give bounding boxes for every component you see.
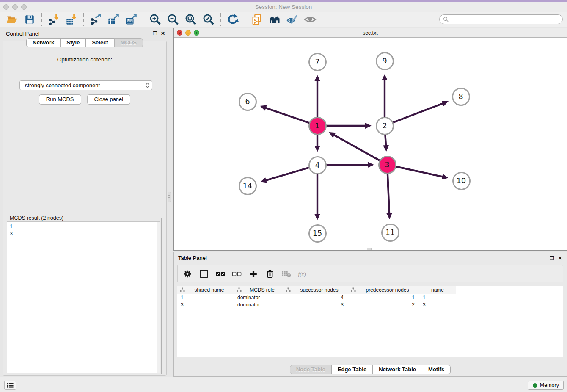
table-row[interactable]: 3dominator323 bbox=[177, 301, 563, 309]
column-type-icon bbox=[286, 287, 291, 292]
arrowhead-1-4 bbox=[314, 146, 320, 152]
column-type-icon bbox=[351, 287, 356, 292]
cell-successor-nodes[interactable]: 4 bbox=[283, 294, 348, 301]
arrowhead-4-3 bbox=[368, 162, 374, 168]
graph-node-6[interactable]: 6 bbox=[239, 93, 257, 111]
zoom-out-icon[interactable] bbox=[167, 13, 179, 26]
column-header-predecessor-nodes[interactable]: predecessor nodes bbox=[348, 286, 419, 294]
network-window-titlebar[interactable]: x - + scc.txt bbox=[174, 28, 567, 38]
cell-name[interactable]: 1 bbox=[419, 294, 456, 301]
arrowhead-2-3 bbox=[383, 145, 389, 152]
tab-mcds[interactable]: MCDS bbox=[114, 38, 143, 47]
node-table[interactable]: shared nameMCDS rolesuccessor nodesprede… bbox=[177, 286, 563, 357]
table-panel-maximize-icon[interactable]: ❒ bbox=[550, 256, 554, 261]
zoom-fit-icon[interactable] bbox=[184, 13, 197, 26]
arrowhead-4-15 bbox=[314, 214, 320, 220]
table-tabs: Node TableEdge TableNetwork TableMotifs bbox=[290, 365, 451, 374]
cell-successor-nodes[interactable]: 3 bbox=[283, 301, 348, 309]
export-table-icon[interactable] bbox=[107, 13, 120, 26]
column-header-MCDS-role[interactable]: MCDS role bbox=[234, 286, 283, 294]
cell-predecessor-nodes[interactable]: 2 bbox=[348, 301, 419, 309]
import-table-icon[interactable] bbox=[65, 13, 78, 26]
graph-node-10[interactable]: 10 bbox=[452, 172, 471, 190]
arrowhead-3-11 bbox=[386, 213, 392, 219]
table-panel: Table Panel ❒ ✕ f(x) shared bbox=[173, 252, 567, 377]
cell-MCDS-role[interactable]: dominator bbox=[234, 301, 283, 309]
arrowhead-1-7 bbox=[314, 75, 320, 81]
main-titlebar: Session: New Session bbox=[0, 2, 567, 12]
edge-2-8 bbox=[385, 103, 443, 126]
graph-node-4[interactable]: 4 bbox=[308, 156, 327, 174]
search-text-input[interactable] bbox=[451, 17, 559, 22]
export-image-icon[interactable] bbox=[125, 13, 138, 26]
arrowhead-2-9 bbox=[382, 74, 388, 80]
chevron-up-down-icon bbox=[146, 83, 149, 88]
optimization-criterion-select[interactable]: strongly connected component bbox=[19, 80, 152, 90]
cell-MCDS-role[interactable]: dominator bbox=[234, 294, 283, 301]
search-input[interactable] bbox=[439, 14, 563, 24]
cell-predecessor-nodes[interactable]: 1 bbox=[348, 294, 419, 301]
tab-network[interactable]: Network bbox=[26, 38, 61, 47]
column-header-successor-nodes[interactable]: successor nodes bbox=[283, 286, 348, 294]
tab-network-table[interactable]: Network Table bbox=[372, 365, 422, 374]
zoom-in-icon[interactable] bbox=[149, 13, 162, 26]
memory-button[interactable]: Memory bbox=[528, 381, 564, 390]
column-layout-icon[interactable] bbox=[198, 268, 209, 279]
table-panel-title: Table Panel bbox=[178, 255, 207, 261]
control-panel-close-icon[interactable]: ✕ bbox=[161, 31, 165, 36]
column-header-name[interactable]: name bbox=[419, 286, 456, 294]
cell-shared-name[interactable]: 1 bbox=[177, 294, 234, 301]
task-history-button[interactable] bbox=[4, 381, 16, 390]
graph-node-11[interactable]: 11 bbox=[381, 224, 399, 242]
delete-column-icon[interactable] bbox=[264, 268, 275, 279]
vertical-splitter-handle[interactable] bbox=[168, 192, 171, 202]
tab-select[interactable]: Select bbox=[85, 38, 114, 47]
graph-node-15[interactable]: 15 bbox=[308, 224, 327, 243]
deselect-all-columns-icon[interactable] bbox=[231, 268, 242, 279]
column-header-shared-name[interactable]: shared name bbox=[177, 286, 234, 294]
graph-edges bbox=[174, 38, 567, 250]
control-panel-maximize-icon[interactable]: ❒ bbox=[153, 31, 157, 36]
arrowhead-1-6 bbox=[260, 105, 267, 110]
clone-network-icon[interactable] bbox=[250, 13, 263, 26]
arrowhead-3-10 bbox=[442, 174, 449, 179]
network-canvas[interactable]: 1234678910111415 bbox=[174, 38, 567, 250]
graph-node-14[interactable]: 14 bbox=[239, 177, 257, 195]
import-network-icon[interactable] bbox=[47, 13, 60, 26]
graph-node-8[interactable]: 8 bbox=[452, 88, 470, 106]
main-toolbar bbox=[0, 12, 567, 27]
table-row[interactable]: 1dominator411 bbox=[177, 294, 563, 301]
export-network-icon[interactable] bbox=[89, 13, 102, 26]
graph-node-2[interactable]: 2 bbox=[376, 117, 394, 135]
save-session-icon[interactable] bbox=[23, 13, 36, 26]
zoom-selected-icon[interactable] bbox=[202, 13, 215, 26]
table-settings-gear-icon[interactable] bbox=[182, 268, 193, 279]
table-panel-close-icon[interactable]: ✕ bbox=[558, 256, 562, 261]
network-view-window: x - + scc.txt 1234678910111415 bbox=[173, 28, 567, 251]
preview-eye-icon[interactable] bbox=[304, 13, 317, 26]
homes-icon[interactable] bbox=[268, 13, 281, 26]
status-bar: Memory bbox=[0, 377, 567, 392]
graph-node-9[interactable]: 9 bbox=[376, 52, 394, 70]
refresh-view-icon[interactable] bbox=[226, 13, 239, 26]
edit-style-eye-icon[interactable] bbox=[286, 13, 299, 26]
tab-node-table[interactable]: Node Table bbox=[290, 365, 332, 374]
canvas-splitter-handle[interactable] bbox=[367, 248, 372, 250]
mcds-result-group: MCDS result (2 nodes) 1 3 bbox=[6, 218, 162, 374]
run-mcds-button[interactable]: Run MCDS bbox=[39, 94, 81, 105]
tab-edge-table[interactable]: Edge Table bbox=[331, 365, 373, 374]
graph-node-3[interactable]: 3 bbox=[378, 156, 396, 174]
mcds-result-list[interactable]: 1 3 bbox=[7, 221, 160, 373]
result-scrollbar[interactable] bbox=[157, 222, 160, 373]
cell-name[interactable]: 3 bbox=[419, 301, 456, 309]
tab-style[interactable]: Style bbox=[60, 38, 86, 47]
open-session-icon[interactable] bbox=[6, 13, 18, 26]
add-column-icon[interactable] bbox=[248, 268, 259, 279]
arrowhead-1-2 bbox=[365, 123, 372, 129]
graph-node-1[interactable]: 1 bbox=[308, 117, 327, 135]
tab-motifs[interactable]: Motifs bbox=[422, 365, 451, 374]
cell-shared-name[interactable]: 3 bbox=[177, 301, 234, 309]
graph-node-7[interactable]: 7 bbox=[308, 53, 327, 71]
close-panel-button[interactable]: Close panel bbox=[87, 94, 131, 105]
select-all-columns-icon[interactable] bbox=[215, 268, 226, 279]
